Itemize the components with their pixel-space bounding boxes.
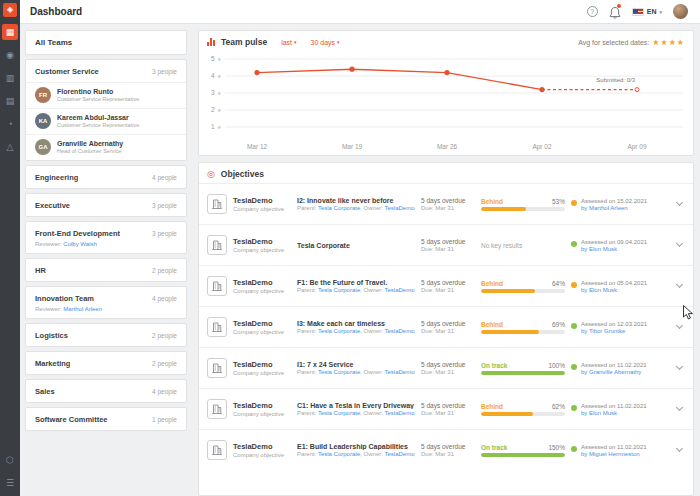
assessment-text: Assessed on 09.04.2021by Elon Musk [581, 239, 647, 252]
notifications-bell-icon[interactable] [609, 5, 621, 18]
assessed-by-link[interactable]: by Elon Musk [581, 410, 647, 416]
pulse-line-chart: 5★4★3★2★1★Mar 12Mar 19Mar 26Apr 02Apr 09… [199, 51, 693, 155]
objective-title: I2: Innovate like never before [297, 197, 415, 204]
assessed-by-link[interactable]: by Tibor Gruntke [581, 328, 647, 334]
parent-link[interactable]: Tesla Corporate [318, 451, 360, 457]
objective-assessment: Assessed on 12.03.2021by Tibor Gruntke [571, 321, 667, 334]
assessed-by-link[interactable]: by Marthol Arleen [581, 205, 647, 211]
svg-text:★: ★ [217, 90, 222, 96]
rail-icon-teams[interactable]: ▥ [2, 70, 18, 86]
rail-icon-dashboard[interactable]: ▦ [2, 24, 18, 40]
owner-label: , Owner: [360, 410, 384, 416]
team-member[interactable]: FRFlorentino RuntoCustomer Service Repre… [26, 82, 186, 108]
objective-due: 5 days overdueDue: Mar 31 [421, 320, 475, 334]
owner-link[interactable]: TeslaDemo [385, 410, 415, 416]
team-name: Software Committee [35, 415, 108, 424]
objective-row[interactable]: TeslaDemoCompany objectiveC1: Have a Tes… [199, 388, 693, 429]
sidebar-item-marketing[interactable]: Marketing2 people [26, 352, 186, 374]
rail-icon-reports[interactable]: ▤ [2, 93, 18, 109]
owner-link[interactable]: TeslaDemo [385, 287, 415, 293]
progress-percent: 64% [552, 280, 565, 287]
svg-text:Mar 12: Mar 12 [247, 143, 268, 150]
svg-text:Submitted: 0/3: Submitted: 0/3 [596, 77, 635, 83]
objective-assessment: Assessed on 05.04.2021by Elon Musk [571, 280, 667, 293]
all-teams-header[interactable]: All Teams [25, 30, 187, 55]
expand-chevron-icon[interactable] [673, 408, 685, 410]
sidebar-item-engineering[interactable]: Engineering4 people [26, 166, 186, 188]
objective-row[interactable]: TeslaDemoCompany objectiveE1: Build Lead… [199, 429, 693, 470]
parent-link[interactable]: Tesla Corporate [318, 410, 360, 416]
rail-icon-alignment[interactable]: △ [2, 139, 18, 155]
objective-row[interactable]: TeslaDemoCompany objectiveTesla Corporat… [199, 224, 693, 265]
sidebar-item-logistics[interactable]: Logistics2 people [26, 324, 186, 346]
team-member[interactable]: GAGranville AbernathyHead of Customer Se… [26, 134, 186, 160]
member-role: Customer Service Representative [57, 96, 139, 102]
expand-chevron-icon[interactable] [673, 449, 685, 451]
assessed-by-link[interactable]: by Elon Musk [581, 287, 647, 293]
owner-link[interactable]: TeslaDemo [385, 451, 415, 457]
team-people-count: 4 people [146, 388, 177, 395]
objective-title: I1: 7 x 24 Service [297, 361, 415, 368]
expand-chevron-icon[interactable] [673, 203, 685, 205]
rail-icon-insights[interactable]: ◔ [2, 116, 18, 132]
language-selector[interactable]: EN ▾ [632, 8, 662, 16]
objective-row[interactable]: TeslaDemoCompany objectiveI2: Innovate l… [199, 183, 693, 224]
building-icon [211, 198, 223, 210]
pulse-range-filter[interactable]: last ▾ [281, 39, 296, 46]
team-people-count: 1 people [146, 416, 177, 423]
assessed-by-link[interactable]: by Elon Musk [581, 246, 647, 252]
expand-chevron-icon[interactable] [673, 244, 685, 246]
assessed-date: Assessed on 11.02.2021 [581, 403, 647, 409]
assessed-date: Assessed on 05.04.2021 [581, 280, 647, 286]
reviewer-name-link[interactable]: Colby Walsh [63, 241, 96, 247]
objectives-panel: ◎ Objectives TeslaDemoCompany objectiveI… [198, 162, 694, 496]
expand-chevron-icon[interactable] [673, 367, 685, 369]
objective-row[interactable]: TeslaDemoCompany objectiveI3: Make each … [199, 306, 693, 347]
app-logo-icon[interactable]: ◈ [3, 3, 17, 17]
assessment-status-dot [571, 405, 577, 411]
reviewer-name-link[interactable]: Marthol Arleen [63, 306, 102, 312]
objective-row[interactable]: TeslaDemoCompany objectiveF1: Be the Fut… [199, 265, 693, 306]
owner-link[interactable]: TeslaDemo [385, 369, 415, 375]
sidebar-item-software-committee[interactable]: Software Committee1 people [26, 408, 186, 430]
parent-link[interactable]: Tesla Corporate [318, 205, 360, 211]
objective-main: I3: Make each car timelessParent: Tesla … [297, 320, 415, 334]
help-icon[interactable]: ? [587, 6, 598, 17]
user-avatar[interactable] [673, 4, 688, 19]
owner-link[interactable]: TeslaDemo [385, 328, 415, 334]
expand-chevron-icon[interactable] [673, 326, 685, 328]
team-people-count: 4 people [146, 295, 177, 302]
member-info: Kareem Abdul-JassarCustomer Service Repr… [57, 114, 139, 128]
member-role: Head of Customer Service [57, 148, 123, 154]
parent-link[interactable]: Tesla Corporate [318, 369, 360, 375]
rail-icon-menu[interactable]: ☰ [2, 475, 18, 491]
sidebar-item-executive[interactable]: Executive3 people [26, 194, 186, 216]
due-date: Due: Mar 31 [421, 246, 475, 252]
objective-type: Company objective [233, 206, 291, 212]
objective-row[interactable]: TeslaDemoCompany objectiveI1: 7 x 24 Ser… [199, 347, 693, 388]
owner-link[interactable]: TeslaDemo [385, 205, 415, 211]
status-badge: Behind [481, 198, 503, 205]
sidebar-item-sales[interactable]: Sales4 people [26, 380, 186, 402]
pulse-period-filter[interactable]: 30 days ▾ [311, 39, 340, 46]
assessed-by-link[interactable]: by Granville Abernathy [581, 369, 647, 375]
avg-for-dates: Avg for selected dates: ★★★★ [578, 38, 685, 47]
status-badge: Behind [481, 403, 503, 410]
svg-text:★: ★ [217, 124, 222, 130]
team-name: Engineering [35, 173, 78, 182]
assessed-by-link[interactable]: by Miguel Herrmeston [581, 451, 647, 457]
owner-label: , Owner: [360, 205, 384, 211]
expand-chevron-icon[interactable] [673, 285, 685, 287]
reviewer-label: Reviewer: [35, 241, 62, 247]
due-date: Due: Mar 31 [421, 451, 475, 457]
sidebar-item-customer-service[interactable]: Customer Service3 people [26, 60, 186, 82]
team-member[interactable]: KAKareem Abdul-JassarCustomer Service Re… [26, 108, 186, 134]
rail-bottom-nav: ⬡☰ [2, 452, 18, 491]
sidebar-item-hr[interactable]: HR2 people [26, 259, 186, 281]
rail-icon-integrations[interactable]: ⬡ [2, 452, 18, 468]
objective-due: 5 days overdueDue: Mar 31 [421, 197, 475, 211]
objective-company: TeslaDemoCompany objective [233, 401, 291, 417]
parent-link[interactable]: Tesla Corporate [318, 328, 360, 334]
rail-icon-okrs[interactable]: ◉ [2, 47, 18, 63]
parent-link[interactable]: Tesla Corporate [318, 287, 360, 293]
